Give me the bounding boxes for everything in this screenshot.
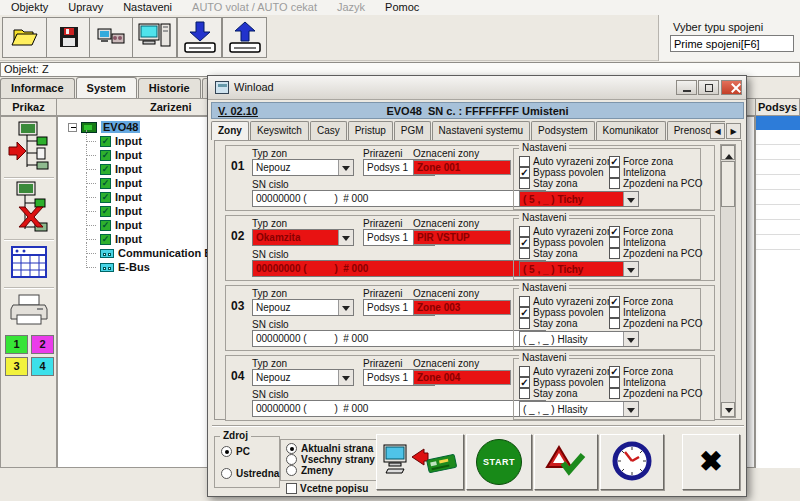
tab-historie[interactable]: Historie <box>138 78 201 98</box>
table-row[interactable] <box>756 160 800 175</box>
dropdown-arrow-icon[interactable] <box>623 332 638 346</box>
zones-scrollbar[interactable] <box>720 144 736 418</box>
save-button[interactable] <box>46 17 91 58</box>
force-zona-checkbox[interactable]: ✓Force zona <box>609 366 673 377</box>
scroll-up-button[interactable] <box>721 145 735 160</box>
force-zona-checkbox[interactable]: ✓Force zona <box>609 156 673 167</box>
print-button[interactable] <box>5 291 53 331</box>
zpozdeni-pco-checkbox[interactable]: Zpozdeni na PCO <box>609 318 703 329</box>
zpozdeni-pco-checkbox[interactable]: Zpozdeni na PCO <box>609 178 703 189</box>
table-row[interactable] <box>756 190 800 205</box>
partition-3-button[interactable]: 3 <box>5 357 28 376</box>
close-dialog-button[interactable]: ✖ <box>682 434 740 490</box>
dropdown-arrow-icon[interactable] <box>338 300 353 315</box>
radio-ustredna[interactable]: Ustredna <box>221 468 279 479</box>
menu-nastaveni[interactable]: Nastaveni <box>114 0 181 15</box>
table-row[interactable] <box>756 205 800 220</box>
zone-name-field[interactable]: Zone 003 <box>413 300 511 315</box>
tab-zony[interactable]: Zony <box>211 121 249 140</box>
radio-vsechny-strany[interactable]: Vsechny strany <box>286 454 375 465</box>
partition-2-button[interactable]: 2 <box>31 335 54 354</box>
connection-type-input[interactable] <box>670 35 794 52</box>
download-from-panel-button[interactable] <box>177 17 222 58</box>
bypass-povolen-checkbox[interactable]: ✓Bypass povolen <box>519 377 604 388</box>
force-zona-checkbox[interactable]: ✓Force zona <box>609 226 673 237</box>
table-row[interactable] <box>756 130 800 145</box>
stay-zona-checkbox[interactable]: Stay zona <box>519 248 577 259</box>
zone-type-dropdown[interactable]: Nepouz <box>252 159 354 176</box>
table-row[interactable] <box>756 235 800 250</box>
alarm-type-dropdown[interactable]: ( _ , _ ) Hlasity <box>519 331 639 347</box>
dropdown-arrow-icon[interactable] <box>338 230 353 245</box>
open-file-button[interactable] <box>2 17 47 58</box>
serial-number-dropdown[interactable]: 00000000 ( ) # 000 <box>252 190 546 207</box>
intelizona-checkbox[interactable]: Intelizona <box>609 237 666 248</box>
serial-number-dropdown[interactable]: 00000000 ( ) # 000 <box>252 260 546 277</box>
dropdown-arrow-icon[interactable] <box>338 160 353 175</box>
menu-upravy[interactable]: Upravy <box>59 0 112 15</box>
menu-pomoc[interactable]: Pomoc <box>376 0 428 15</box>
scrollbar-thumb[interactable] <box>721 161 735 207</box>
radio-aktualni-strana[interactable]: Aktualni strana <box>286 443 373 454</box>
tab-pristup[interactable]: Pristup <box>348 121 393 140</box>
radio-zmeny[interactable]: Zmeny <box>286 465 333 476</box>
auto-vyrazeni-checkbox[interactable]: Auto vyrazeni zony <box>519 296 618 307</box>
tab-scroll-right-button[interactable]: ▶ <box>726 123 741 139</box>
auto-vyrazeni-checkbox[interactable]: Auto vyrazeni zony <box>519 366 618 377</box>
stay-zona-checkbox[interactable]: Stay zona <box>519 388 577 399</box>
auto-vyrazeni-checkbox[interactable]: Auto vyrazeni zony <box>519 156 618 167</box>
menu-objekty[interactable]: Objekty <box>2 0 57 15</box>
bypass-povolen-checkbox[interactable]: ✓Bypass povolen <box>519 237 604 248</box>
alarm-type-dropdown[interactable]: ( _ , _ ) Hlasity <box>519 401 639 417</box>
upload-to-panel-button[interactable] <box>222 17 267 58</box>
tab-casy[interactable]: Casy <box>310 121 347 140</box>
tree-root-label[interactable]: EVO48 <box>101 121 140 133</box>
maximize-button[interactable] <box>698 80 719 95</box>
auto-vyrazeni-checkbox[interactable]: Auto vyrazeni zony <box>519 226 618 237</box>
tab-keyswitch[interactable]: Keyswitch <box>250 121 309 140</box>
tab-pgm[interactable]: PGM <box>394 121 431 140</box>
partition-1-button[interactable]: 1 <box>5 335 28 354</box>
tree-item-communication-bus[interactable]: Communication Bus <box>86 246 225 260</box>
tree-root-evo48[interactable]: EVO48 <box>68 120 140 134</box>
intelizona-checkbox[interactable]: Intelizona <box>609 167 666 178</box>
bypass-povolen-checkbox[interactable]: ✓Bypass povolen <box>519 167 604 178</box>
close-window-button[interactable] <box>721 80 742 95</box>
disconnect-button[interactable] <box>5 181 53 235</box>
zone-name-field[interactable]: PIR VSTUP <box>413 230 511 245</box>
force-zona-checkbox[interactable]: ✓Force zona <box>609 296 673 307</box>
zone-type-dropdown[interactable]: Nepouz <box>252 299 354 316</box>
tab-scroll-left-button[interactable]: ◀ <box>710 123 725 139</box>
tab-komunikator[interactable]: Komunikator <box>596 121 666 140</box>
zone-name-field[interactable]: Zone 001 <box>413 160 511 175</box>
dropdown-arrow-icon[interactable] <box>623 192 638 206</box>
tab-informace[interactable]: Informace <box>0 78 75 98</box>
schedule-button[interactable] <box>600 434 664 490</box>
collapse-icon[interactable] <box>68 123 77 132</box>
zone-name-field[interactable]: Zone 004 <box>413 370 511 385</box>
tree-item-e-bus[interactable]: E-Bus <box>86 260 150 274</box>
intelizona-checkbox[interactable]: Intelizona <box>609 377 666 388</box>
vcetne-popisu-checkbox[interactable]: Vcetne popisu <box>286 483 368 494</box>
start-button[interactable]: START <box>466 434 532 490</box>
zpozdeni-pco-checkbox[interactable]: Zpozdeni na PCO <box>609 248 703 259</box>
dropdown-arrow-icon[interactable] <box>338 370 353 385</box>
zone-type-dropdown[interactable]: Okamzita <box>252 229 354 246</box>
dialog-title-bar[interactable]: Winload <box>208 76 746 100</box>
radio-pc[interactable]: PC <box>221 446 250 457</box>
dropdown-arrow-icon[interactable] <box>623 262 638 276</box>
tab-podsystem[interactable]: Podsystem <box>531 121 594 140</box>
keypad-view-button[interactable] <box>5 243 53 283</box>
table-row[interactable] <box>756 175 800 190</box>
minimize-button[interactable] <box>676 80 697 95</box>
alarm-type-dropdown[interactable]: ( 5 , _ ) Tichy <box>519 261 639 277</box>
table-row-selected[interactable] <box>756 116 800 130</box>
zone-type-dropdown[interactable]: Nepouz <box>252 369 354 386</box>
serial-number-dropdown[interactable]: 00000000 ( ) # 000 <box>252 400 546 417</box>
intelizona-checkbox[interactable]: Intelizona <box>609 307 666 318</box>
tab-system[interactable]: System <box>76 77 137 98</box>
receive-data-button[interactable] <box>376 434 464 490</box>
tab-nastaveni-systemu[interactable]: Nastaveni systemu <box>432 121 530 140</box>
computer-button[interactable] <box>132 17 177 58</box>
stay-zona-checkbox[interactable]: Stay zona <box>519 178 577 189</box>
